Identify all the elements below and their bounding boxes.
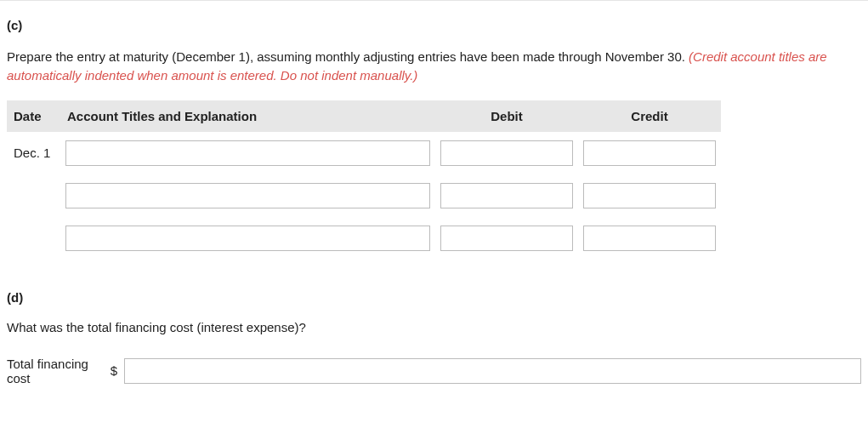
account-input[interactable] <box>65 183 430 208</box>
table-row: Dec. 1 <box>7 132 721 174</box>
part-d-question: What was the total financing cost (inter… <box>7 320 861 334</box>
total-financing-label: Total financing cost <box>7 357 100 385</box>
header-date: Date <box>7 100 60 132</box>
table-row <box>7 217 721 260</box>
header-account: Account Titles and Explanation <box>60 100 435 132</box>
credit-input[interactable] <box>583 183 716 208</box>
account-input[interactable] <box>65 140 430 166</box>
instruction-text: Prepare the entry at maturity (December … <box>7 49 689 64</box>
debit-input[interactable] <box>440 226 573 251</box>
part-c-instruction: Prepare the entry at maturity (December … <box>7 48 861 85</box>
header-debit: Debit <box>435 100 578 132</box>
credit-input[interactable] <box>583 226 716 251</box>
header-credit: Credit <box>578 100 721 132</box>
table-row <box>7 174 721 217</box>
journal-entry-table: Date Account Titles and Explanation Debi… <box>7 100 721 260</box>
credit-input[interactable] <box>583 140 716 166</box>
debit-input[interactable] <box>440 140 573 166</box>
row-date: Dec. 1 <box>7 132 60 174</box>
total-financing-input[interactable] <box>124 358 861 384</box>
part-c-label: (c) <box>7 18 861 32</box>
account-input[interactable] <box>65 226 430 251</box>
debit-input[interactable] <box>440 183 573 208</box>
part-d-label: (d) <box>7 290 861 305</box>
currency-symbol: $ <box>111 363 117 378</box>
